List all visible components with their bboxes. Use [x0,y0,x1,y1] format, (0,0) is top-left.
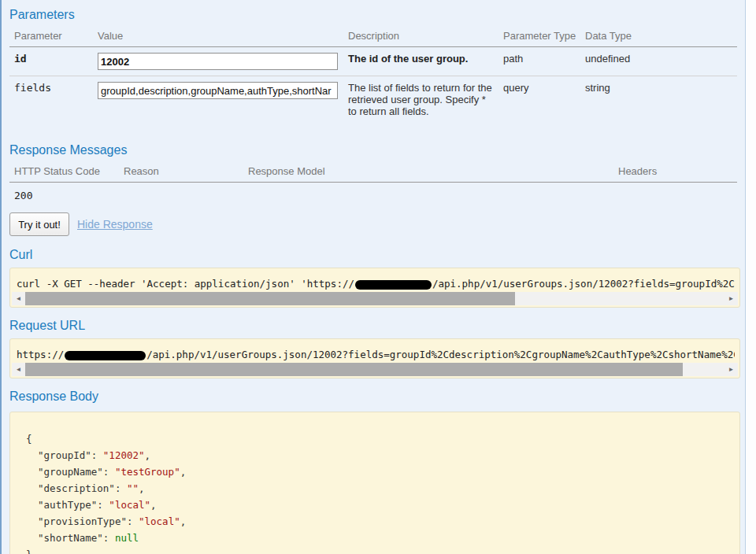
try-it-out-button[interactable]: Try it out! [9,212,69,236]
param-id-description: The id of the user group. [343,47,498,76]
param-id-datatype: undefined [580,47,737,76]
curl-scroll-track[interactable] [25,292,724,305]
col-description: Description [343,28,498,47]
curl-code-box: curl -X GET --header 'Accept: applicatio… [9,268,740,308]
curl-horizontal-scrollbar[interactable]: ◄ ► [12,292,738,305]
curl-redacted-host [355,280,432,290]
hide-response-link[interactable]: Hide Response [77,218,153,231]
param-row-fields: fields The list of fields to return for … [9,76,737,124]
param-fields-datatype: string [580,76,737,124]
col-parameter: Parameter [9,28,93,47]
response-json: { "groupId": "12002", "groupName": "test… [10,412,739,554]
param-name-id: id [9,47,93,76]
parameters-heading: Parameters [9,8,736,22]
response-body-box: { "groupId": "12002", "groupName": "test… [9,412,740,554]
request-url-redacted-host [65,351,146,360]
col-data-type: Data Type [580,28,737,47]
request-url-scroll-thumb[interactable] [25,363,683,376]
curl-scroll-thumb[interactable] [25,292,515,305]
scroll-right-arrow-icon[interactable]: ► [724,363,738,376]
response-messages-table: HTTP Status Code Reason Response Model H… [9,164,737,207]
param-row-id: id The id of the user group. path undefi… [9,47,737,76]
param-name-fields: fields [9,76,93,124]
status-code-200: 200 [9,183,119,208]
parameters-header-row: Parameter Value Description Parameter Ty… [9,28,737,47]
request-url-heading: Request URL [9,319,736,333]
response-body-heading: Response Body [9,390,736,404]
col-parameter-type: Parameter Type [498,28,580,47]
col-http-status-code: HTTP Status Code [9,164,119,183]
scroll-right-arrow-icon[interactable]: ► [724,292,738,305]
param-id-type: path [498,47,580,76]
col-reason: Reason [119,164,243,183]
param-fields-type: query [498,76,580,124]
scroll-left-arrow-icon[interactable]: ◄ [12,292,25,305]
col-value: Value [93,28,343,47]
swagger-operation-panel: Parameters Parameter Value Description P… [0,0,756,554]
param-fields-input[interactable] [98,82,338,99]
response-messages-header-row: HTTP Status Code Reason Response Model H… [9,164,737,183]
parameters-table: Parameter Value Description Parameter Ty… [9,28,737,123]
request-url-box: https:///api.php/v1/userGroups.json/1200… [9,338,740,379]
request-url-text: https:///api.php/v1/userGroups.json/1200… [17,349,735,360]
curl-command: curl -X GET --header 'Accept: applicatio… [17,278,735,290]
param-id-input[interactable] [98,53,338,70]
response-model-cell [243,183,613,208]
response-message-row: 200 [9,183,737,208]
scroll-left-arrow-icon[interactable]: ◄ [12,363,25,376]
col-response-model: Response Model [243,164,613,183]
param-fields-description: The list of fields to return for the ret… [343,76,498,124]
headers-cell [613,183,737,208]
curl-heading: Curl [9,248,736,262]
response-messages-heading: Response Messages [9,143,736,157]
request-url-horizontal-scrollbar[interactable]: ◄ ► [12,363,738,376]
reason-cell [119,183,243,208]
request-url-scroll-track[interactable] [25,363,724,376]
col-headers: Headers [613,164,737,183]
